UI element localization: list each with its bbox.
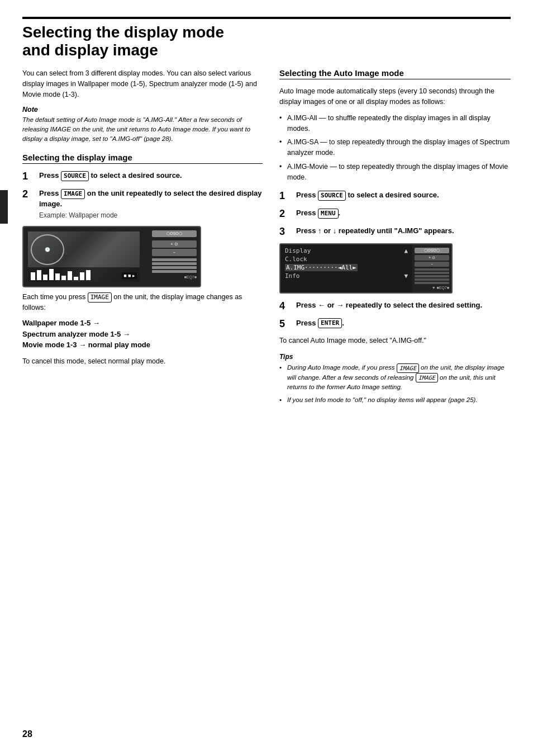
source-btn-r1: SOURCE	[318, 191, 346, 201]
disp-label-info: Info	[285, 272, 300, 280]
bullet-2: A.IMG-SA — to step repeatedly through th…	[279, 137, 511, 158]
right-panel: ⬡OSO⬡ + ⊙ − ■EQ7■	[152, 230, 197, 279]
disp-label-clock: C.lock	[285, 256, 307, 263]
note-text: The default setting of Auto Image mode i…	[22, 115, 263, 144]
bullet-3: A.IMG-Movie — to step repeatedly through…	[279, 162, 511, 183]
page-number: 28	[22, 729, 32, 739]
image-btn-tip: IMAGE	[397, 363, 419, 373]
screen-area: 🕐	[28, 231, 140, 282]
cancel-text-right: To cancel Auto Image mode, select "A.IMG…	[279, 336, 511, 346]
auto-image-bullets: A.IMG-All — to shuffle repeatedly the di…	[279, 113, 511, 183]
step-2: 2 Press IMAGE on the unit repeatedly to …	[22, 188, 263, 220]
display-right-panel: ⬡OSO⬡ + ⊙ − ▼ ■EQ7■	[412, 244, 451, 292]
page: Selecting the display modeand display im…	[0, 0, 533, 756]
image-btn-caption: IMAGE	[88, 292, 112, 303]
left-section-title: Selecting the display image	[22, 153, 263, 164]
page-title: Selecting the display modeand display im…	[22, 17, 511, 59]
right-step-1-number: 1	[279, 190, 292, 202]
cancel-text-left: To cancel this mode, select normal play …	[22, 356, 263, 367]
disp-row-display: Display ▲	[285, 247, 408, 254]
panel-lines	[152, 258, 197, 273]
right-step-5-content: Press ENTER.	[296, 318, 344, 329]
vol-btn: + ⊙	[152, 240, 197, 248]
disp-row-info: Info ▼	[285, 272, 408, 280]
bullet-1: A.IMG-All — to shuffle repeatedly the di…	[279, 113, 511, 134]
vol-btn2: −	[152, 249, 197, 256]
disp-plus-btn: + ⊙	[415, 255, 449, 261]
right-step-2-content: Press MENU.	[296, 208, 340, 219]
right-step-2: 2 Press MENU.	[279, 208, 511, 220]
right-step-3: 3 Press ↑ or ↓ repeatedly until "A.IMG" …	[279, 226, 511, 238]
disp-right-lines	[415, 268, 449, 284]
caption-modes: Wallpaper mode 1-5 → Spectrum analyzer m…	[22, 318, 263, 351]
intro-text: You can select from 3 different display …	[22, 68, 263, 100]
image-btn-1: IMAGE	[61, 189, 85, 199]
image-btn-tip2: IMAGE	[416, 373, 438, 382]
step-1: 1 Press SOURCE to select a desired sourc…	[22, 171, 263, 183]
oso-btn: ⬡OSO⬡	[152, 230, 197, 237]
right-step-1: 1 Press SOURCE to select a desired sourc…	[279, 190, 511, 202]
display-image-wallpaper: 🕐	[22, 226, 201, 287]
disp-minus-btn: −	[415, 262, 449, 267]
tips-label: Tips	[279, 353, 511, 361]
step-2-content: Press IMAGE on the unit repeatedly to se…	[39, 188, 263, 220]
disp-triangle-up: ▲	[404, 247, 408, 254]
right-step-5-number: 5	[279, 318, 292, 330]
disp-label-aimg: A.IMG·········◄All►	[285, 264, 358, 271]
disp-oso-btn: ⬡OSO⬡	[415, 248, 449, 253]
right-step-3-number: 3	[279, 226, 292, 238]
note-label: Note	[22, 106, 263, 114]
right-step-1-content: Press SOURCE to select a desired source.	[296, 190, 439, 201]
disp-triangle-down: ▼	[404, 272, 408, 280]
display-image-menu: Display ▲ C.lock A.IMG·········◄All► Inf…	[279, 243, 453, 294]
tip-1: During Auto Image mode, if you press IMA…	[279, 363, 511, 392]
screen-image: 🕐	[28, 231, 140, 282]
auto-image-intro: Auto Image mode automatically steps (eve…	[279, 86, 511, 107]
caption-intro: Each time you press IMAGE on the unit, t…	[22, 292, 263, 313]
right-step-4-number: 4	[279, 300, 292, 313]
right-step-5: 5 Press ENTER.	[279, 318, 511, 330]
right-step-4: 4 Press ← or → repeatedly to select the …	[279, 300, 511, 313]
source-btn-1: SOURCE	[61, 171, 89, 181]
right-step-2-number: 2	[279, 208, 292, 220]
menu-btn: MENU	[318, 209, 339, 219]
disp-label-display: Display	[285, 247, 311, 254]
disp-row-clock: C.lock	[285, 256, 408, 263]
right-column: Selecting the Auto Image mode Auto Image…	[279, 68, 511, 739]
example-label: Example: Wallpaper mode	[39, 211, 263, 220]
tips-list: During Auto Image mode, if you press IMA…	[279, 363, 511, 405]
right-section-title: Selecting the Auto Image mode	[279, 68, 511, 79]
right-step-4-content: Press ← or → repeatedly to select the de…	[296, 300, 482, 311]
right-step-3-content: Press ↑ or ↓ repeatedly until "A.IMG" ap…	[296, 226, 454, 237]
left-tab-marker	[0, 190, 8, 224]
tip-2: If you set Info mode to "off," no displa…	[279, 395, 511, 405]
step-1-number: 1	[22, 171, 35, 183]
step-1-content: Press SOURCE to select a desired source.	[39, 171, 182, 181]
enter-btn: ENTER	[318, 318, 342, 328]
step-2-number: 2	[22, 188, 35, 201]
display-menu-main: Display ▲ C.lock A.IMG·········◄All► Inf…	[280, 244, 412, 292]
disp-row-aimg: A.IMG·········◄All►	[285, 264, 408, 271]
left-column: You can select from 3 different display …	[22, 68, 263, 739]
